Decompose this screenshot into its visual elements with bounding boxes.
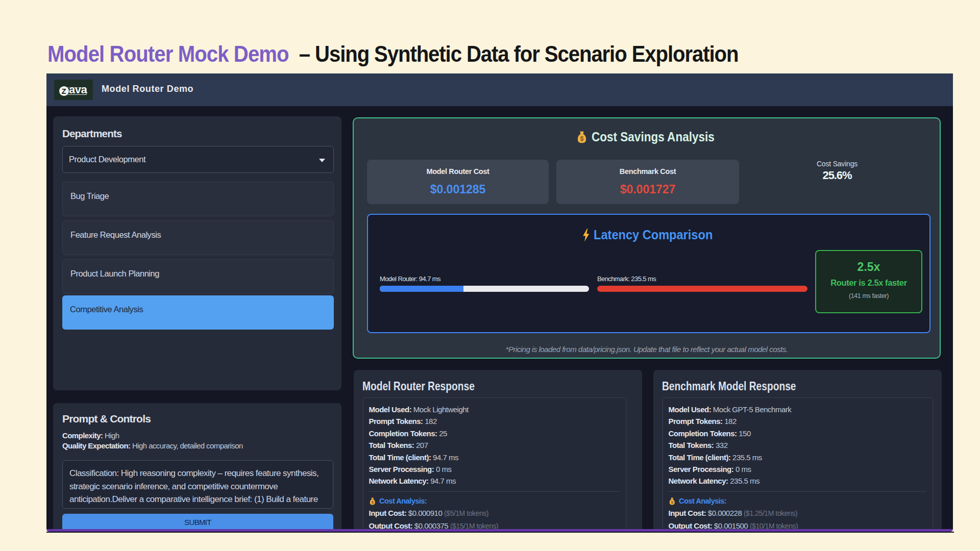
svg-text:$: $ [580,135,584,142]
